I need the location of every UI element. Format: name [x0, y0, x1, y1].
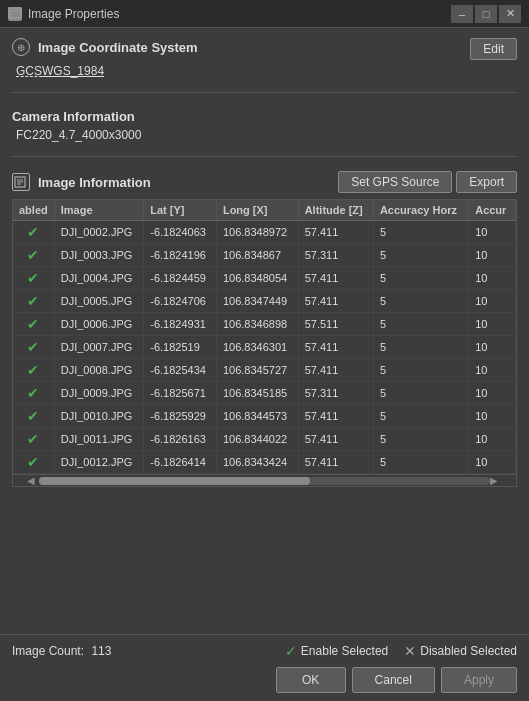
camera-info-title: Camera Information — [12, 109, 135, 124]
footer-actions: ✓ Enable Selected ✕ Disabled Selected — [285, 643, 517, 659]
image-count: Image Count: 113 — [12, 644, 111, 658]
row-checkbox[interactable]: ✔ — [13, 221, 54, 244]
scrollbar-track — [39, 477, 490, 485]
row-image: DJI_0009.JPG — [54, 382, 144, 405]
row-image: DJI_0002.JPG — [54, 221, 144, 244]
row-altitude: 57.411 — [298, 290, 373, 313]
close-button[interactable]: ✕ — [499, 5, 521, 23]
image-info-buttons: Set GPS Source Export — [338, 171, 517, 193]
row-checkbox[interactable]: ✔ — [13, 451, 54, 474]
row-accur: 10 — [469, 451, 516, 474]
row-checkbox[interactable]: ✔ — [13, 428, 54, 451]
row-acc-horz: 5 — [373, 428, 468, 451]
row-accur: 10 — [469, 290, 516, 313]
apply-button[interactable]: Apply — [441, 667, 517, 693]
row-image: DJI_0007.JPG — [54, 336, 144, 359]
row-checkbox[interactable]: ✔ — [13, 267, 54, 290]
scroll-left-btn[interactable]: ◀ — [27, 475, 39, 486]
table-row[interactable]: ✔DJI_0002.JPG-6.1824063106.834897257.411… — [13, 221, 516, 244]
row-long: 106.8345727 — [216, 359, 298, 382]
globe-icon: ⊕ — [12, 38, 30, 56]
row-long: 106.8347449 — [216, 290, 298, 313]
check-mark-icon: ✔ — [27, 293, 39, 309]
row-checkbox[interactable]: ✔ — [13, 405, 54, 428]
table-body: ✔DJI_0002.JPG-6.1824063106.834897257.411… — [13, 221, 516, 474]
scrollbar-thumb[interactable] — [39, 477, 310, 485]
minimize-button[interactable]: – — [451, 5, 473, 23]
table-row[interactable]: ✔DJI_0010.JPG-6.1825929106.834457357.411… — [13, 405, 516, 428]
check-mark-icon: ✔ — [27, 431, 39, 447]
coordinate-system-header: ⊕ Image Coordinate System — [12, 38, 198, 56]
table-row[interactable]: ✔DJI_0004.JPG-6.1824459106.834805457.411… — [13, 267, 516, 290]
table-row[interactable]: ✔DJI_0008.JPG-6.1825434106.834572757.411… — [13, 359, 516, 382]
set-gps-button[interactable]: Set GPS Source — [338, 171, 452, 193]
main-content: ⊕ Image Coordinate System Edit GCSWGS_19… — [0, 28, 529, 577]
enable-selected-label: Enable Selected — [301, 644, 388, 658]
table-row[interactable]: ✔DJI_0006.JPG-6.1824931106.834689857.511… — [13, 313, 516, 336]
row-accur: 10 — [469, 359, 516, 382]
row-altitude: 57.411 — [298, 359, 373, 382]
row-checkbox[interactable]: ✔ — [13, 336, 54, 359]
row-altitude: 57.411 — [298, 336, 373, 359]
image-count-value: 113 — [91, 644, 111, 658]
divider-2 — [12, 156, 517, 157]
row-long: 106.8344022 — [216, 428, 298, 451]
table-row[interactable]: ✔DJI_0003.JPG-6.1824196106.83486757.3115… — [13, 244, 516, 267]
image-count-label: Image Count: — [12, 644, 84, 658]
row-lat: -6.1824706 — [144, 290, 217, 313]
table-row[interactable]: ✔DJI_0009.JPG-6.1825671106.834518557.311… — [13, 382, 516, 405]
image-table-wrapper[interactable]: abled Image Lat [Y] Long [X] Altitude [Z… — [13, 200, 516, 474]
row-accur: 10 — [469, 405, 516, 428]
row-altitude: 57.411 — [298, 405, 373, 428]
row-acc-horz: 5 — [373, 382, 468, 405]
cancel-button[interactable]: Cancel — [352, 667, 435, 693]
disabled-selected-label: Disabled Selected — [420, 644, 517, 658]
disable-selected-action[interactable]: ✕ Disabled Selected — [404, 643, 517, 659]
check-mark-icon: ✔ — [27, 224, 39, 240]
edit-button[interactable]: Edit — [470, 38, 517, 60]
col-image: Image — [54, 200, 144, 221]
row-altitude: 57.411 — [298, 451, 373, 474]
svg-rect-0 — [9, 8, 21, 18]
row-checkbox[interactable]: ✔ — [13, 382, 54, 405]
row-long: 106.8348972 — [216, 221, 298, 244]
row-altitude: 57.311 — [298, 244, 373, 267]
enable-selected-action[interactable]: ✓ Enable Selected — [285, 643, 388, 659]
col-acc-horz: Accuracy Horz — [373, 200, 468, 221]
table-row[interactable]: ✔DJI_0005.JPG-6.1824706106.834744957.411… — [13, 290, 516, 313]
row-lat: -6.1825929 — [144, 405, 217, 428]
title-bar: Image Properties – □ ✕ — [0, 0, 529, 28]
export-button[interactable]: Export — [456, 171, 517, 193]
restore-button[interactable]: □ — [475, 5, 497, 23]
camera-value: FC220_4.7_4000x3000 — [16, 126, 141, 144]
divider-1 — [12, 92, 517, 93]
row-altitude: 57.411 — [298, 267, 373, 290]
horizontal-scrollbar[interactable]: ◀ ▶ — [13, 474, 516, 486]
row-acc-horz: 5 — [373, 221, 468, 244]
row-acc-horz: 5 — [373, 336, 468, 359]
scroll-right-btn[interactable]: ▶ — [490, 475, 502, 486]
table-header-row: abled Image Lat [Y] Long [X] Altitude [Z… — [13, 200, 516, 221]
row-image: DJI_0005.JPG — [54, 290, 144, 313]
row-altitude: 57.411 — [298, 221, 373, 244]
row-long: 106.8345185 — [216, 382, 298, 405]
ok-button[interactable]: OK — [276, 667, 346, 693]
col-long: Long [X] — [216, 200, 298, 221]
row-checkbox[interactable]: ✔ — [13, 290, 54, 313]
check-mark-icon: ✔ — [27, 270, 39, 286]
image-info-section: Image Information Set GPS Source Export … — [12, 171, 517, 487]
image-info-icon — [12, 173, 30, 191]
row-long: 106.8343424 — [216, 451, 298, 474]
image-info-header: Image Information Set GPS Source Export — [12, 171, 517, 193]
disable-x-icon: ✕ — [404, 643, 416, 659]
row-acc-horz: 5 — [373, 313, 468, 336]
camera-info-header: Camera Information — [12, 109, 517, 124]
table-row[interactable]: ✔DJI_0012.JPG-6.1826414106.834342457.411… — [13, 451, 516, 474]
table-row[interactable]: ✔DJI_0007.JPG-6.182519106.834630157.4115… — [13, 336, 516, 359]
row-checkbox[interactable]: ✔ — [13, 359, 54, 382]
row-checkbox[interactable]: ✔ — [13, 313, 54, 336]
row-altitude: 57.511 — [298, 313, 373, 336]
row-checkbox[interactable]: ✔ — [13, 244, 54, 267]
row-lat: -6.1824459 — [144, 267, 217, 290]
table-row[interactable]: ✔DJI_0011.JPG-6.1826163106.834402257.411… — [13, 428, 516, 451]
